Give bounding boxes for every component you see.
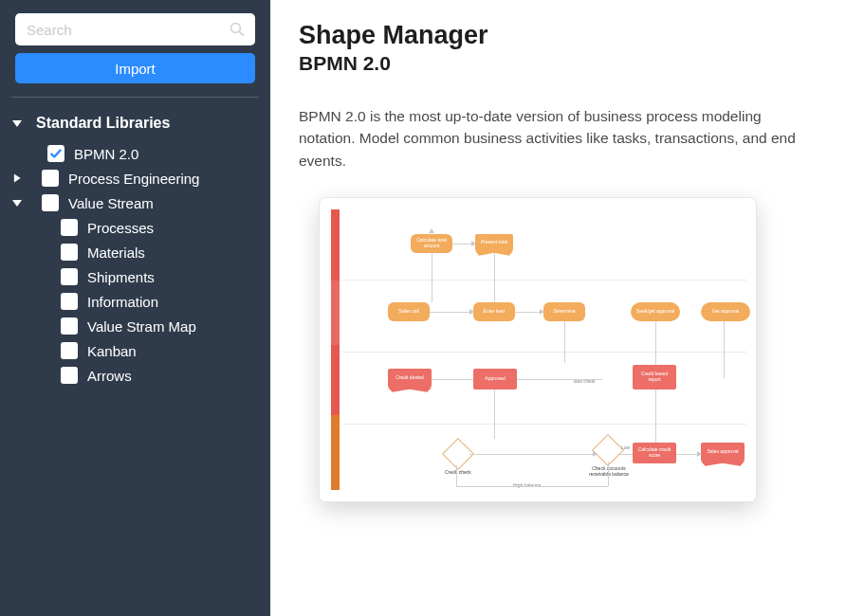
tree-item-bpmn[interactable]: BPMN 2.0 — [11, 141, 259, 166]
checkbox-process-engineering[interactable] — [42, 170, 59, 187]
svg-marker-3 — [13, 174, 20, 183]
svg-point-0 — [231, 24, 241, 33]
tree-item-process-engineering[interactable]: Process Engineering — [11, 166, 259, 190]
node: Get approval — [701, 302, 750, 321]
edge-label: High balance — [513, 482, 541, 488]
tree-item-shipments[interactable]: Shipments — [11, 264, 259, 289]
node: Credit based report — [633, 365, 676, 390]
swimlane-bar — [331, 209, 340, 490]
tree-item-label: Materials — [87, 245, 145, 261]
node: Enter lead — [473, 302, 515, 321]
node: Calculate credit score — [633, 443, 676, 463]
checkbox[interactable] — [61, 293, 78, 310]
tree-item-label: Shipments — [87, 269, 155, 285]
checkbox[interactable] — [61, 244, 78, 261]
caret-down-icon — [11, 197, 23, 208]
tree-section-header[interactable]: Standard Libraries — [11, 111, 259, 136]
search-input[interactable] — [15, 13, 255, 45]
node: Credit denied — [388, 369, 432, 388]
tree-item-value-stream[interactable]: Value Stream — [11, 190, 259, 215]
tree-item-label: Arrows — [87, 368, 132, 384]
main-panel: Shape Manager BPMN 2.0 BPMN 2.0 is the m… — [270, 0, 846, 616]
tree-item-label: Information — [87, 294, 158, 310]
checkbox-value-stream[interactable] — [42, 194, 59, 211]
tree-item-arrows[interactable]: Arrows — [11, 363, 259, 388]
tree-item-kanban[interactable]: Kanban — [11, 338, 259, 363]
checkbox[interactable] — [61, 367, 78, 384]
caret-down-icon — [11, 118, 23, 129]
checkbox-bpmn[interactable] — [47, 145, 64, 162]
caret-right-icon — [11, 172, 23, 184]
node-label: Check accounts receivable balance — [587, 465, 631, 477]
caret-spacer — [30, 148, 42, 159]
tree-item-information[interactable]: Information — [11, 289, 259, 314]
node: Seek/get approval — [631, 302, 680, 321]
checkbox[interactable] — [61, 342, 78, 359]
svg-line-1 — [239, 31, 244, 36]
tree-item-processes[interactable]: Processes — [11, 215, 259, 240]
tree-item-label: Value Stream — [68, 195, 154, 211]
node: Calculate total amount — [411, 234, 452, 253]
node: Present total — [475, 234, 513, 251]
tree-item-label: BPMN 2.0 — [74, 146, 138, 162]
description: BPMN 2.0 is the most up-to-date version … — [299, 105, 818, 172]
search-icon — [229, 21, 246, 38]
sidebar: Import Standard Libraries BPMN 2.0 Proce… — [0, 0, 270, 616]
tree-item-label: Value Stram Map — [87, 318, 196, 335]
checkbox[interactable] — [61, 268, 78, 285]
svg-marker-2 — [12, 120, 22, 127]
import-button[interactable]: Import — [15, 53, 255, 83]
preview-card: Calculate total amount Present total Sal… — [320, 198, 756, 501]
tree-item-label: Process Engineering — [68, 171, 199, 187]
edge-label: Low — [621, 444, 630, 450]
diagram-preview: Calculate total amount Present total Sal… — [342, 208, 756, 492]
node: Approved — [473, 369, 517, 390]
node: Sales approval — [701, 443, 745, 462]
checkbox[interactable] — [61, 219, 78, 236]
checkbox[interactable] — [61, 317, 78, 335]
node: Sales call — [388, 302, 430, 321]
tree-item-label: Processes — [87, 220, 154, 236]
svg-marker-4 — [12, 200, 22, 207]
node: Determine — [543, 302, 585, 321]
node-label: Credit check — [445, 469, 471, 475]
tree-item-value-stream-map[interactable]: Value Stram Map — [11, 314, 259, 338]
search-field — [15, 13, 255, 45]
section-label: Standard Libraries — [36, 115, 170, 132]
page-title: Shape Manager — [299, 21, 818, 50]
tree-item-label: Kanban — [87, 343, 137, 359]
page-subtitle: BPMN 2.0 — [299, 52, 818, 75]
divider — [11, 97, 259, 98]
tree-item-materials[interactable]: Materials — [11, 240, 259, 264]
